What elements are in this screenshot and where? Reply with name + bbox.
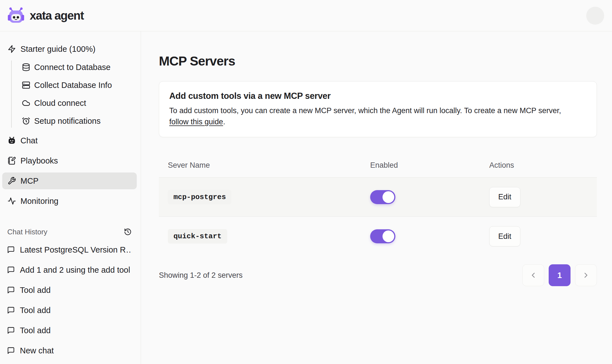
sidebar-item-label: Cloud connect [34, 99, 86, 108]
card-body: To add custom tools, you can create a ne… [169, 105, 578, 127]
column-header-enabled: Enabled [370, 161, 489, 170]
enabled-toggle[interactable] [370, 190, 395, 204]
database-icon [22, 63, 30, 71]
chat-history-item[interactable]: Tool add [2, 300, 137, 320]
chat-history-item[interactable]: Add 1 and 2 using the add tool [2, 260, 137, 280]
sidebar-item-label: Starter guide (100%) [20, 45, 96, 54]
starter-guide-steps: Connect to Database Collect Database Inf… [2, 58, 137, 130]
user-avatar[interactable] [586, 7, 604, 25]
history-icon[interactable] [124, 228, 132, 236]
top-bar: xata agent [0, 0, 612, 31]
sidebar-item-cloud-connect[interactable]: Cloud connect [2, 94, 137, 112]
chat-history-title: Chat History [7, 228, 47, 236]
sidebar: Starter guide (100%) Connect to Database [0, 31, 141, 364]
main-content: MCP Servers Add custom tools via a new M… [141, 31, 612, 364]
edit-button[interactable]: Edit [489, 226, 520, 246]
sidebar-item-label: Setup notifications [34, 116, 101, 126]
sidebar-item-collect-database-info[interactable]: Collect Database Info [2, 76, 137, 94]
sidebar-item-playbooks[interactable]: Playbooks [2, 152, 137, 169]
message-square-icon [7, 306, 15, 314]
sidebar-item-mcp[interactable]: MCP [2, 172, 137, 189]
sidebar-item-label: MCP [20, 176, 38, 186]
server-name-chip: mcp-postgres [168, 190, 231, 204]
chat-history-item[interactable]: Tool add [2, 320, 137, 340]
message-square-icon [7, 326, 15, 334]
message-square-icon [7, 347, 15, 354]
card-title: Add custom tools via a new MCP server [169, 90, 586, 102]
chevron-right-icon [582, 271, 590, 279]
server-name-chip: quick-start [168, 229, 227, 244]
activity-icon [8, 197, 16, 205]
mcp-servers-table: Sever Name Enabled Actions mcp-postgres … [159, 153, 597, 256]
sidebar-item-label: Collect Database Info [34, 81, 112, 90]
sidebar-item-monitoring[interactable]: Monitoring [2, 193, 137, 209]
brand-name: xata agent [30, 9, 84, 22]
chat-history-item[interactable]: Latest PostgreSQL Version R… [2, 240, 137, 260]
follow-guide-link[interactable]: follow this guide [169, 118, 223, 126]
chat-history-item-label: Tool add [20, 326, 51, 335]
message-square-icon [7, 266, 15, 274]
cloud-icon [22, 99, 30, 107]
chat-history-item-label: Tool add [20, 286, 51, 295]
sidebar-item-label: Chat [20, 136, 38, 145]
chevron-left-icon [529, 271, 537, 279]
pagination-summary: Showing 1-2 of 2 servers [159, 271, 243, 280]
next-page-button[interactable] [575, 264, 597, 286]
message-square-icon [7, 286, 15, 294]
table-row: quick-start Edit [159, 217, 597, 256]
prev-page-button[interactable] [522, 264, 544, 286]
page-1-button[interactable]: 1 [549, 264, 571, 286]
enabled-toggle[interactable] [370, 229, 395, 243]
sidebar-item-starter-guide[interactable]: Starter guide (100%) [2, 40, 137, 58]
chat-history-item-label: Tool add [20, 306, 51, 315]
zap-icon [8, 45, 16, 53]
page-title: MCP Servers [159, 53, 597, 69]
pagination: Showing 1-2 of 2 servers 1 [159, 264, 597, 286]
toggle-knob [382, 230, 394, 242]
robot-icon [8, 136, 16, 145]
edit-button[interactable]: Edit [489, 187, 520, 207]
chat-history-item-label: Latest PostgreSQL Version R… [20, 245, 132, 255]
sidebar-item-label: Connect to Database [34, 63, 110, 72]
sidebar-item-setup-notifications[interactable]: Setup notifications [2, 112, 137, 130]
column-header-server-name: Sever Name [159, 161, 370, 170]
xata-robot-logo-icon [7, 7, 25, 24]
notebook-pen-icon [8, 157, 16, 165]
sidebar-item-chat[interactable]: Chat [2, 132, 137, 149]
toggle-knob [382, 191, 394, 203]
chat-history-item-new-chat[interactable]: New chat [2, 340, 137, 361]
alarm-clock-icon [22, 117, 30, 125]
message-square-icon [7, 246, 15, 254]
chat-history-item-label: New chat [20, 346, 54, 355]
chat-history-item[interactable]: Tool add [2, 280, 137, 300]
chat-history-header: Chat History [2, 224, 137, 240]
brand[interactable]: xata agent [7, 7, 84, 24]
table-row: mcp-postgres Edit [159, 178, 597, 217]
card-body-text: To add custom tools, you can create a ne… [169, 106, 561, 115]
server-icon [22, 81, 30, 89]
add-mcp-server-card: Add custom tools via a new MCP server To… [159, 81, 597, 137]
sidebar-item-connect-to-database[interactable]: Connect to Database [2, 58, 137, 76]
chat-history-item-label: Add 1 and 2 using the add tool [20, 265, 130, 275]
sidebar-item-label: Playbooks [20, 156, 58, 165]
table-header-row: Sever Name Enabled Actions [159, 153, 597, 178]
wrench-icon [8, 177, 16, 185]
sidebar-item-label: Monitoring [20, 197, 58, 206]
column-header-actions: Actions [489, 161, 597, 170]
card-body-period: . [223, 118, 225, 126]
